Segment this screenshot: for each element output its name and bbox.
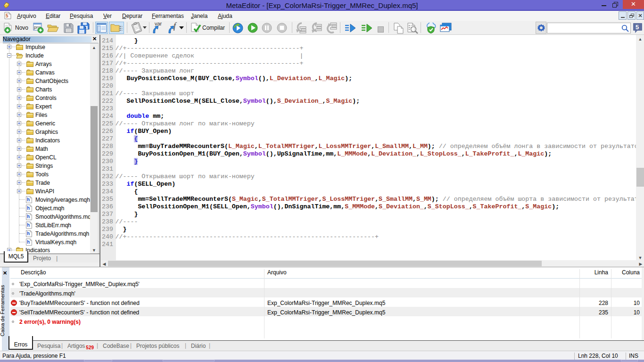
- svg-text:h: h: [27, 206, 30, 211]
- svg-text:f: f: [173, 22, 177, 31]
- svg-text:h: h: [27, 231, 30, 236]
- svg-text:h: h: [27, 239, 30, 245]
- svg-text:h: h: [27, 222, 30, 228]
- svg-text:h: h: [27, 197, 30, 202]
- svg-text:h: h: [27, 214, 30, 219]
- svg-text:5: 5: [636, 24, 639, 31]
- svg-text:5: 5: [6, 13, 8, 18]
